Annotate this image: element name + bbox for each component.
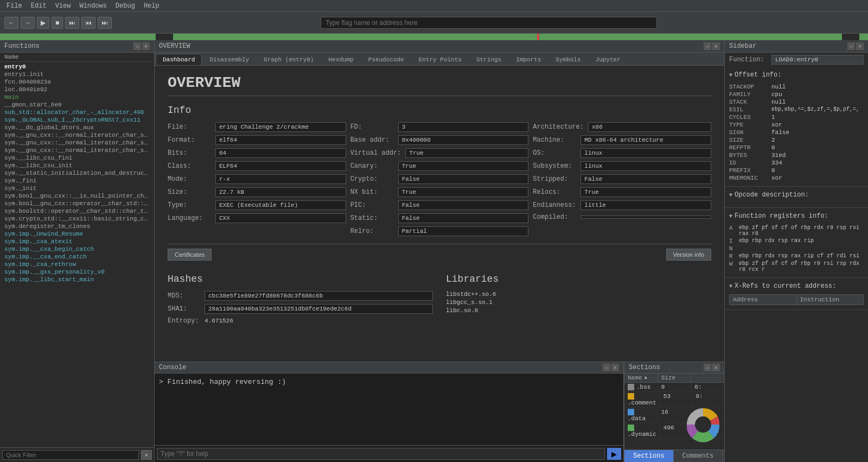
step-over-button[interactable]: ⏭ xyxy=(65,17,79,29)
sidebar-title: Sidebar xyxy=(729,42,756,50)
offset-esil: ESIL ebp,ebp,^=,$z,zf,=,$p,pf,=, xyxy=(729,106,864,113)
func-boolstd[interactable]: sym.boolstd::operator__char_std::char_tr… xyxy=(0,207,154,215)
tab-dashboard[interactable]: Dashboard xyxy=(156,54,202,65)
sections-close-btn[interactable]: × xyxy=(712,364,720,371)
menu-help[interactable]: Help xyxy=(139,1,164,11)
func-start-main[interactable]: sym.imp.__libc_start_main xyxy=(0,276,154,283)
tab-entry-points[interactable]: Entry Points xyxy=(412,54,469,65)
xrefs-content: Address Instruction xyxy=(725,292,868,307)
sections-minimize-btn[interactable]: ○ xyxy=(704,364,711,371)
mode-label: Mode: xyxy=(168,175,211,183)
menu-windows[interactable]: Windows xyxy=(75,1,111,11)
func-unwind[interactable]: sym.imp._Unwind_Resume xyxy=(0,230,154,238)
tab-strings[interactable]: Strings xyxy=(469,54,508,65)
func-deregister[interactable]: sym.deregister_tm_clones xyxy=(0,223,154,230)
step-into-button[interactable]: ⏭ xyxy=(98,17,112,29)
filter-clear-btn[interactable]: × xyxy=(141,450,152,460)
functions-minimize-btn[interactable]: ○ xyxy=(133,42,141,50)
console-close-btn[interactable]: × xyxy=(611,364,619,371)
menu-view[interactable]: View xyxy=(51,1,75,11)
func-begin-catch[interactable]: sym.imp.__cxa_begin_catch xyxy=(0,245,154,253)
dashboard-minimize-btn[interactable]: ○ xyxy=(704,42,711,50)
functions-list[interactable]: entry0 entry1.init fcn.00400023a loc.004… xyxy=(0,62,154,447)
tab-graph[interactable]: Graph (entry0) xyxy=(257,54,321,65)
func-static-init[interactable]: sym.__static_initialization_and_destruct… xyxy=(0,169,154,177)
offset-mnemonic-key: MNEMONIC xyxy=(729,175,767,181)
func-fcn[interactable]: fcn.00400023a xyxy=(0,78,154,86)
certificates-btn[interactable]: Certificates xyxy=(168,249,212,261)
tab-disassembly[interactable]: Disassembly xyxy=(202,54,256,65)
func-global-sub[interactable]: sym._GLOBAL_sub_I__Z6cryptoRNSt7_cxx11 xyxy=(0,116,154,124)
menu-edit[interactable]: Edit xyxy=(27,1,51,11)
func-entry1[interactable]: entry1.init xyxy=(0,71,154,78)
menu-debug[interactable]: Debug xyxy=(111,1,139,11)
func-gnu-cxx-2[interactable]: sym.__gnu_cxx::__normal_iterator_char_st… xyxy=(0,139,154,147)
tab-hexdump[interactable]: Hexdump xyxy=(321,54,360,65)
func-gnu-cxx-3[interactable]: sym.__gnu_cxx::__normal_iterator_char_st… xyxy=(0,147,154,154)
back-button[interactable]: ← xyxy=(4,17,18,29)
restart-button[interactable]: ⏮ xyxy=(81,17,95,29)
func-fini[interactable]: sym._fini xyxy=(0,177,154,185)
info-col-1: File: ering Challenge 2/crackme Format: … xyxy=(168,122,346,239)
func-gmon[interactable]: __gmon_start_6e0 xyxy=(0,101,154,109)
fd-label: FD: xyxy=(350,123,394,131)
tab-imports[interactable]: Imports xyxy=(509,54,548,65)
quick-filter-row: × xyxy=(0,447,154,462)
menu-file[interactable]: File xyxy=(2,1,27,11)
tab-jupyter[interactable]: Jupyter xyxy=(589,54,628,65)
func-is-null[interactable]: sym.bool__gnu_cxx::__is_null_pointer_cha… xyxy=(0,192,154,200)
offset-stack: STACK null xyxy=(729,98,864,106)
tab-pseudocode[interactable]: Pseudocode xyxy=(361,54,411,65)
offset-size-val: 2 xyxy=(771,137,775,143)
func-libc-init[interactable]: sym.__libc_csu_init xyxy=(0,162,154,169)
comments-tab[interactable]: Comments xyxy=(674,450,723,462)
md5-row: MD5: cbc38e5f1e89e27fd80678dc3f688c6b xyxy=(168,291,433,301)
xrefs-header[interactable]: ▼ X-Refs to current address: xyxy=(725,280,868,292)
dashboard-close-btn[interactable]: × xyxy=(712,42,720,50)
tab-symbols[interactable]: Symbols xyxy=(548,54,588,65)
func-atexit[interactable]: sym.imp._cxa_atexit xyxy=(0,238,154,245)
lang-value: CXX xyxy=(215,213,346,223)
func-personality[interactable]: sym.imp.__gxx_personality_v0 xyxy=(0,268,154,276)
console-minimize-btn[interactable]: ○ xyxy=(603,364,610,371)
func-allocator[interactable]: sub_std::allocator_char_-_allocator_490 xyxy=(0,109,154,116)
console-send-btn[interactable]: ▶ xyxy=(607,448,621,460)
xrefs-instruction-col: Instruction xyxy=(797,295,864,305)
console-output: > Finished, happy reversing :) xyxy=(155,374,623,445)
opcode-header[interactable]: ▼ Opcode description: xyxy=(725,189,868,201)
func-init[interactable]: sym._init xyxy=(0,185,154,192)
quick-filter-input[interactable] xyxy=(2,450,139,460)
sections-title: Sections xyxy=(629,364,660,371)
offset-family-key: FAMILY xyxy=(729,91,767,98)
console-input[interactable] xyxy=(157,448,605,460)
sections-header: Sections ○ × xyxy=(624,362,724,374)
func-operator[interactable]: sym.bool__gnu_cxx::operator__char_std::_… xyxy=(0,200,154,207)
functions-close-btn[interactable]: × xyxy=(142,42,150,50)
offset-info-header[interactable]: ▼ Offset info: xyxy=(725,69,868,81)
offset-esil-key: ESIL xyxy=(729,106,767,113)
version-info-btn[interactable]: Version info xyxy=(666,249,711,261)
play-button[interactable]: ▶ xyxy=(37,17,49,29)
func-main[interactable]: main xyxy=(0,93,154,101)
section-comment-size: 53 xyxy=(660,392,693,407)
offset-id-key: ID xyxy=(729,160,767,166)
base-addr-value: 0x400000 xyxy=(398,135,529,145)
functions-panel-header: Functions ○ × xyxy=(0,40,154,53)
func-gnu-cxx-1[interactable]: sym.__gnu_cxx::__normal_iterator_char_st… xyxy=(0,131,154,139)
func-libc-fini[interactable]: sym.__libc_csu_fini xyxy=(0,154,154,162)
func-crypto[interactable]: sym.crypto_std::__cxx11::basic_string_ch… xyxy=(0,215,154,223)
func-regs-header[interactable]: ▼ Function registers info: xyxy=(725,210,868,222)
func-do-global[interactable]: sym.__do_global_dtors_aux xyxy=(0,124,154,131)
forward-button[interactable]: → xyxy=(21,17,35,29)
func-end-catch[interactable]: sym.imp.__cxa_end_catch xyxy=(0,253,154,261)
func-loc[interactable]: loc.00401e92 xyxy=(0,86,154,93)
sidebar-minimize-btn[interactable]: ○ xyxy=(847,42,855,50)
func-rethrow[interactable]: sym.imp._cxa_rethrow xyxy=(0,261,154,268)
flag-input[interactable] xyxy=(321,17,657,29)
func-entry0[interactable]: entry0 xyxy=(0,63,154,71)
offset-cycles-val: 1 xyxy=(771,114,775,121)
offset-info-section: ▼ Offset info: STACKOP null FAMILY cpu S… xyxy=(725,67,868,187)
sidebar-close-btn[interactable]: × xyxy=(856,42,864,50)
sections-tab[interactable]: Sections xyxy=(624,450,674,462)
stop-button[interactable]: ■ xyxy=(52,17,63,29)
